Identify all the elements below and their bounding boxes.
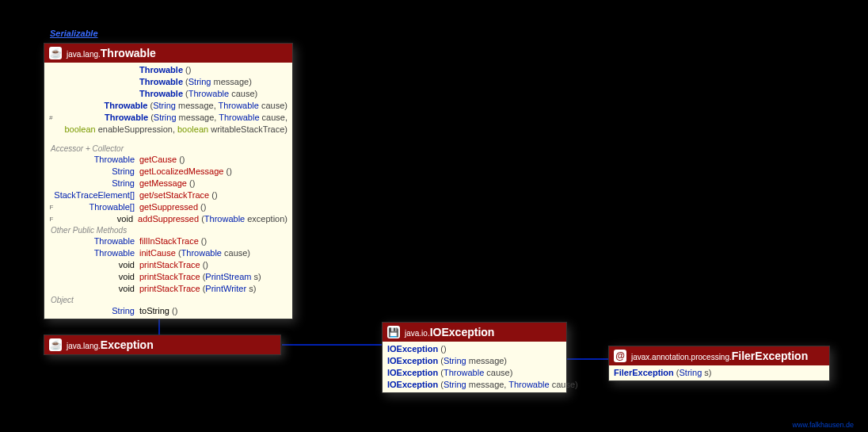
- member-row: Throwable (String message): [44, 76, 292, 88]
- member-row: ThrowableinitCause (Throwable cause): [44, 247, 292, 259]
- member-row: StringtoString (): [44, 305, 292, 317]
- class-name: FilerException: [732, 350, 808, 362]
- interface-label: Serializable: [50, 29, 98, 38]
- class-icon: [49, 338, 62, 351]
- annotation-icon: [614, 350, 626, 362]
- class-body: IOException ()IOException (String messag…: [383, 342, 566, 392]
- class-ioexception: java.io.IOException IOException ()IOExce…: [382, 322, 567, 393]
- disk-icon: [387, 326, 400, 338]
- member-row: FvoidaddSuppressed (Throwable exception): [44, 213, 292, 225]
- class-name: Exception: [101, 338, 154, 351]
- package-label: java.lang.: [67, 50, 101, 59]
- member-row: FThrowable[]getSuppressed (): [44, 201, 292, 213]
- section-label: Other Public Methods: [44, 225, 292, 235]
- class-header: java.lang.Throwable: [44, 44, 292, 63]
- member-row: boolean enableSuppression, boolean writa…: [44, 124, 292, 136]
- member-row: voidprintStackTrace (): [44, 259, 292, 271]
- section-label: Object: [44, 295, 292, 305]
- member-row: #Throwable (String message, Throwable ca…: [44, 112, 292, 124]
- package-label: java.lang.: [67, 342, 101, 350]
- connector: [567, 358, 608, 360]
- class-name: IOException: [430, 326, 495, 338]
- member-row: Throwable (Throwable cause): [44, 88, 292, 100]
- class-body: Throwable ()Throwable (String message)Th…: [44, 63, 292, 319]
- class-header: java.io.IOException: [383, 323, 566, 342]
- class-header: java.lang.Exception: [44, 335, 280, 354]
- member-row: IOException (): [383, 343, 566, 355]
- class-name: Throwable: [101, 47, 156, 59]
- member-row: StringgetLocalizedMessage (): [44, 166, 292, 178]
- member-row: Throwable (String message, Throwable cau…: [44, 100, 292, 112]
- class-body: FilerException (String s): [609, 365, 829, 380]
- member-row: FilerException (String s): [609, 367, 829, 379]
- member-row: IOException (Throwable cause): [383, 367, 566, 379]
- member-row: voidprintStackTrace (PrintStream s): [44, 271, 292, 283]
- member-row: IOException (String message): [383, 355, 566, 367]
- credit-link[interactable]: www.falkhausen.de: [792, 421, 854, 429]
- class-throwable: java.lang.Throwable Throwable ()Throwabl…: [44, 43, 293, 319]
- connector: [282, 344, 382, 346]
- section-label: Accessor + Collector: [44, 143, 292, 154]
- member-row: Throwable (): [44, 64, 292, 76]
- package-label: java.io.: [405, 329, 430, 338]
- member-row: ThrowablegetCause (): [44, 154, 292, 166]
- member-row: StackTraceElement[]get/setStackTrace (): [44, 189, 292, 201]
- member-row: StringgetMessage (): [44, 178, 292, 189]
- member-row: voidprintStackTrace (PrintWriter s): [44, 283, 292, 295]
- package-label: javax.annotation.processing.: [631, 353, 732, 361]
- class-icon: [49, 47, 62, 59]
- member-row: IOException (String message, Throwable c…: [383, 379, 566, 391]
- class-header: javax.annotation.processing.FilerExcepti…: [609, 346, 829, 365]
- class-filerexception: javax.annotation.processing.FilerExcepti…: [608, 346, 830, 381]
- member-row: ThrowablefillInStackTrace (): [44, 235, 292, 247]
- class-exception: java.lang.Exception: [44, 335, 281, 355]
